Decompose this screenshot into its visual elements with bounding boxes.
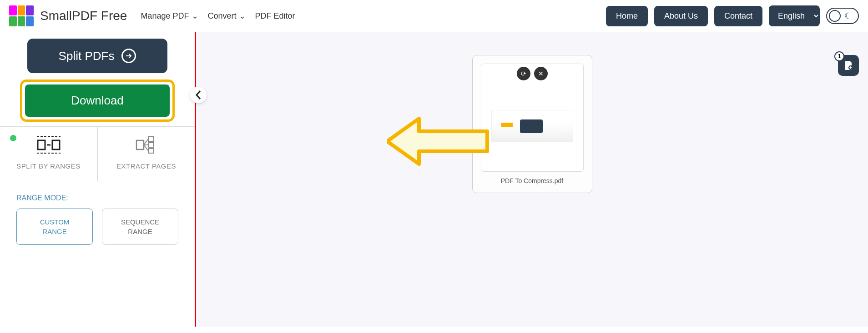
range-section: RANGE MODE: CUSTOM RANGE SEQUENCE RANGE [0, 181, 195, 258]
chevron-down-icon: ⌄ [239, 11, 246, 21]
download-highlight: Download [20, 80, 175, 122]
chevron-down-icon: ⌄ [192, 11, 198, 21]
split-label: Split PDFs [59, 49, 115, 63]
contact-button[interactable]: Contact [714, 6, 762, 26]
svg-rect-4 [148, 137, 154, 141]
tab-label: EXTRACT PAGES [103, 162, 189, 170]
preview-controls: ⟳ ✕ [484, 67, 580, 80]
range-btn-line2: RANGE [23, 227, 86, 236]
tab-split-by-ranges[interactable]: SPLIT BY RANGES [0, 127, 97, 181]
home-button[interactable]: Home [606, 6, 648, 26]
mode-tabs: SPLIT BY RANGES EXTRACT PAGES [0, 126, 195, 181]
split-pdfs-button[interactable]: Split PDFs [27, 39, 167, 73]
nav-right: Home About Us Contact English ☾ [606, 5, 859, 26]
header: SmallPDF Free Manage PDF ⌄ Convert ⌄ PDF… [0, 0, 868, 32]
range-btn-line1: SEQUENCE [109, 217, 172, 227]
range-btn-line1: CUSTOM [23, 217, 86, 227]
rotate-button[interactable]: ⟳ [517, 67, 530, 80]
range-btn-line2: RANGE [109, 227, 172, 236]
svg-rect-0 [38, 140, 45, 149]
nav-label: Manage PDF [141, 11, 189, 21]
file-add-icon [843, 60, 854, 71]
svg-line-7 [144, 139, 148, 145]
svg-rect-1 [52, 140, 60, 149]
close-icon: ✕ [538, 70, 544, 77]
sequence-range-button[interactable]: SEQUENCE RANGE [102, 209, 178, 245]
language-select[interactable]: English [769, 5, 820, 26]
active-indicator [10, 135, 16, 141]
custom-range-button[interactable]: CUSTOM RANGE [16, 209, 93, 245]
app-logo [9, 5, 34, 26]
remove-button[interactable]: ✕ [534, 67, 548, 80]
file-count-badge: 1 [834, 51, 844, 61]
arrow-right-icon [121, 49, 136, 63]
svg-line-9 [144, 145, 148, 151]
svg-rect-3 [136, 140, 144, 149]
moon-icon: ☾ [844, 11, 852, 21]
add-file-button[interactable]: 1 [838, 55, 859, 76]
file-name: PDF To Compress.pdf [481, 177, 584, 184]
nav-left: Manage PDF ⌄ Convert ⌄ PDF Editor [141, 11, 295, 21]
file-preview: ⟳ ✕ [481, 64, 584, 172]
svg-rect-5 [148, 143, 154, 147]
rotate-icon: ⟳ [521, 70, 526, 77]
svg-rect-6 [148, 149, 154, 153]
brand-title: SmallPDF Free [40, 9, 127, 23]
main: Split PDFs Download SPLIT BY RANGES [0, 32, 868, 327]
chevron-left-icon [195, 90, 202, 100]
sidebar: Split PDFs Download SPLIT BY RANGES [0, 32, 196, 327]
about-button[interactable]: About Us [654, 6, 708, 26]
tab-label: SPLIT BY RANGES [5, 162, 91, 170]
nav-pdf-editor[interactable]: PDF Editor [255, 11, 295, 21]
pdf-thumbnail[interactable] [484, 83, 580, 169]
nav-convert[interactable]: Convert ⌄ [207, 11, 246, 21]
callout-arrow-icon [387, 114, 492, 169]
toggle-handle [829, 10, 841, 22]
nav-manage-pdf[interactable]: Manage PDF ⌄ [141, 11, 198, 21]
download-button[interactable]: Download [25, 84, 170, 117]
theme-toggle[interactable]: ☾ [826, 8, 859, 24]
nav-label: PDF Editor [255, 11, 295, 21]
range-buttons: CUSTOM RANGE SEQUENCE RANGE [16, 209, 178, 245]
content-area: ⟳ ✕ PDF To Compress.pdf 1 [196, 32, 868, 327]
extract-pages-icon [134, 135, 159, 155]
nav-label: Convert [207, 11, 236, 21]
tab-extract-pages[interactable]: EXTRACT PAGES [97, 127, 195, 181]
collapse-sidebar-button[interactable] [190, 87, 207, 103]
split-ranges-icon [36, 135, 61, 155]
range-mode-title: RANGE MODE: [16, 194, 178, 202]
